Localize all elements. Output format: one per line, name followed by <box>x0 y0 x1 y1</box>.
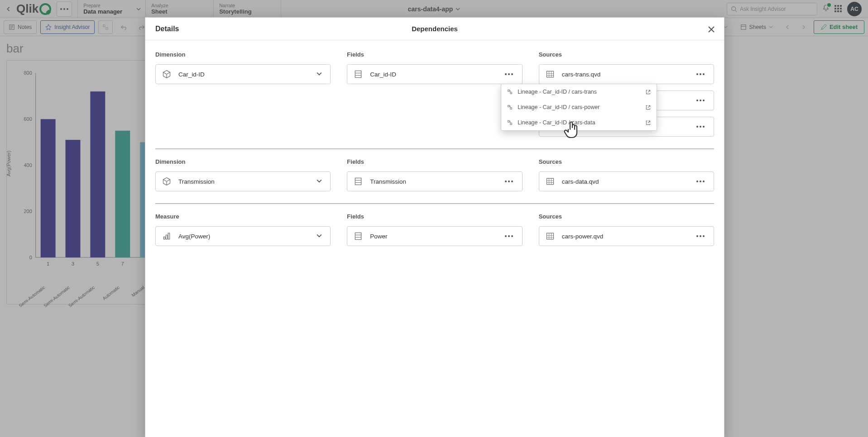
chevron-down-icon[interactable] <box>313 233 326 240</box>
more-icon[interactable] <box>505 73 518 75</box>
pill-label: Car_id-ID <box>370 71 499 78</box>
dimension-pill[interactable]: Avg(Power) <box>155 226 331 246</box>
pill-label: Car_id-ID <box>178 71 307 78</box>
lineage-icon <box>507 119 513 126</box>
lineage-label: Lineage - Car_id-ID / cars-power <box>518 104 599 110</box>
pill-label: Power <box>370 233 499 240</box>
source-pill[interactable]: cars-data.qvd <box>539 171 714 191</box>
modal-header: Details Dependencies <box>145 18 724 40</box>
column-head: Sources <box>539 51 714 58</box>
external-link-icon <box>645 89 651 95</box>
more-icon[interactable] <box>505 180 518 182</box>
field-icon <box>352 230 364 242</box>
column-head: Fields <box>347 158 522 165</box>
column-head: Measure <box>155 213 331 220</box>
column-head: Fields <box>347 51 522 58</box>
field-icon <box>352 68 364 81</box>
dimension-pill[interactable]: Car_id-ID <box>155 64 331 84</box>
sources-column: Sources cars-data.qvd <box>539 158 714 191</box>
svg-rect-60 <box>355 233 361 240</box>
dimension-pill[interactable]: Transmission <box>155 171 331 191</box>
pill-label: cars-power.qvd <box>562 233 691 240</box>
table-icon <box>544 175 556 188</box>
column-head: Dimension <box>155 51 331 58</box>
column-head: Fields <box>347 213 522 220</box>
svg-rect-59 <box>168 233 169 239</box>
details-modal: Details Dependencies Dimension Car_id-ID… <box>145 17 724 437</box>
svg-rect-31 <box>355 71 361 78</box>
more-icon[interactable] <box>696 180 709 182</box>
external-link-icon <box>645 120 651 126</box>
lineage-label: Lineage - Car_id-ID / cars-data <box>518 119 595 126</box>
pill-label: Transmission <box>370 178 499 185</box>
lineage-label: Lineage - Car_id-ID / cars-trans <box>518 89 597 95</box>
column-head: Sources <box>539 213 714 220</box>
dimension-column: Dimension Transmission <box>155 158 331 191</box>
source-pill[interactable]: cars-trans.qvd <box>539 64 714 84</box>
lineage-icon <box>507 89 513 95</box>
fields-column: Fields Car_id-ID <box>347 51 522 137</box>
pill-label: cars-data.qvd <box>562 178 691 185</box>
svg-rect-49 <box>355 178 361 185</box>
dimension-column: Measure Avg(Power) <box>155 213 331 246</box>
field-icon <box>352 175 364 188</box>
dependency-row: Dimension Transmission Fields Transmissi… <box>155 158 714 204</box>
more-icon[interactable] <box>696 235 709 237</box>
column-head: Sources <box>539 158 714 165</box>
dimension-column: Dimension Car_id-ID <box>155 51 331 137</box>
lineage-menu-item[interactable]: Lineage - Car_id-ID / cars-power <box>501 100 657 115</box>
modal-title-left: Details <box>155 25 179 33</box>
cube-icon <box>160 68 173 81</box>
svg-rect-63 <box>547 233 553 239</box>
cube-icon <box>160 175 173 188</box>
modal-title-center: Dependencies <box>412 25 458 33</box>
more-icon[interactable] <box>696 100 709 101</box>
sources-column: Sources cars-power.qvd <box>539 213 714 246</box>
close-button[interactable] <box>705 23 718 36</box>
svg-rect-34 <box>547 71 553 77</box>
pill-label: cars-trans.qvd <box>562 71 691 78</box>
table-icon <box>544 230 556 242</box>
external-link-icon <box>645 104 651 110</box>
chevron-down-icon[interactable] <box>313 178 326 185</box>
lineage-menu: Lineage - Car_id-ID / cars-trans Lineage… <box>501 84 657 131</box>
svg-rect-52 <box>547 178 553 184</box>
more-icon[interactable] <box>696 126 709 128</box>
fields-column: Fields Transmission <box>347 158 522 191</box>
svg-rect-57 <box>163 237 165 239</box>
lineage-icon <box>507 104 513 110</box>
lineage-menu-item[interactable]: Lineage - Car_id-ID / cars-trans <box>501 84 657 100</box>
measure-icon <box>160 230 173 242</box>
more-icon[interactable] <box>696 73 709 75</box>
close-icon <box>708 26 715 33</box>
pill-label: Transmission <box>178 178 307 185</box>
lineage-menu-item[interactable]: Lineage - Car_id-ID / cars-data <box>501 115 657 130</box>
source-pill[interactable]: cars-power.qvd <box>539 226 714 246</box>
svg-rect-58 <box>166 235 167 239</box>
field-pill[interactable]: Power <box>347 226 522 246</box>
more-icon[interactable] <box>505 235 518 237</box>
field-pill[interactable]: Car_id-ID <box>347 64 522 84</box>
pill-label: Avg(Power) <box>178 233 307 240</box>
field-pill[interactable]: Transmission <box>347 171 522 191</box>
dependency-row: Measure Avg(Power) Fields Power Sources … <box>155 213 714 258</box>
column-head: Dimension <box>155 158 331 165</box>
fields-column: Fields Power <box>347 213 522 246</box>
chevron-down-icon[interactable] <box>313 71 326 78</box>
table-icon <box>544 68 556 81</box>
